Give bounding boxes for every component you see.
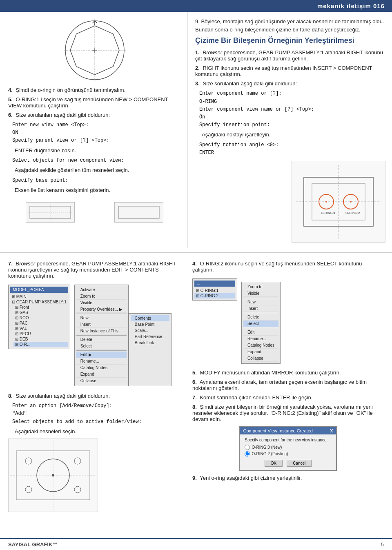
rt-code-d: Specify rotation angle <0>: xyxy=(199,141,385,149)
cm-insert[interactable]: Insert xyxy=(76,321,127,328)
svg-text:O-RING:1: O-RING:1 xyxy=(321,211,336,215)
dialog-radio-new[interactable] xyxy=(245,445,250,450)
component-dialog: Component View Instance Created X Specif… xyxy=(239,426,337,471)
cm-rename[interactable]: Rename... xyxy=(76,358,127,365)
rb-step7-text: Komut satırında çıkan soruları ENTER ile… xyxy=(200,394,312,401)
cm-new[interactable]: New xyxy=(76,315,127,321)
rt-code-db: ENTER xyxy=(199,149,385,157)
step6-text: Size sorulanları aşağıdaki gibi doldurun… xyxy=(16,112,110,118)
rb-collapse[interactable]: Collapse xyxy=(243,355,278,362)
code2: Specify parent view or [?] <Top>: xyxy=(12,137,181,145)
code-block-1: Enter new view name <Top>: ÖN Specify pa… xyxy=(12,121,181,145)
footer-brand: SAYISAL GRAFİK™ xyxy=(8,541,58,548)
lb-diagram-svg xyxy=(8,439,98,512)
rt-step3: 3. Size sorulanları aşağıdaki gibi doldu… xyxy=(195,80,385,87)
step4-text: Şimdi de o-ringin ön görünüşünü tanımlay… xyxy=(16,87,125,93)
rect-diagram-right xyxy=(114,202,163,223)
code1: Enter new view name <Top>: xyxy=(12,121,181,129)
page-header: mekanik iletişim 016 xyxy=(0,0,392,12)
sub-scale[interactable]: Scale... xyxy=(131,327,170,334)
rb-step8-num: 8. xyxy=(192,404,197,410)
section-heading: Çizime Bir Bileşenin Örneğinin Yerleştir… xyxy=(195,36,385,45)
rb-select[interactable]: Select xyxy=(243,321,278,327)
step5-num: 5. xyxy=(8,96,13,102)
dialog-ok-btn[interactable]: OK xyxy=(265,460,283,467)
step5: 5. O-RING:1 i seçin ve sağ tuş menüsünde… xyxy=(8,96,181,109)
rb-step6-num: 6. xyxy=(192,379,197,385)
bottom-left-col: 7. Browser penceresinde, GEAR PUMP ASSEM… xyxy=(8,261,188,512)
section-divider xyxy=(0,252,392,253)
step6-enter: ENTER düğmesine basın. xyxy=(15,147,181,155)
lb-step8-num: 8. xyxy=(8,393,13,399)
lb-code-block: Enter an option [Add/Remove/Copy]: "Add"… xyxy=(12,402,183,426)
sub-breaklink[interactable]: Break Link xyxy=(131,340,170,346)
intro-para: 9. Böylece, montajın sağ görünüşünde yer… xyxy=(195,18,385,33)
rb-rename[interactable]: Rename... xyxy=(243,336,278,342)
rect-diagram-area xyxy=(8,199,181,226)
rb-expand[interactable]: Expand xyxy=(243,349,278,355)
rb-catalog[interactable]: Catalog Nodes xyxy=(243,342,278,349)
rb-zoomto[interactable]: Zoom to xyxy=(243,284,278,290)
step6: 6. Size sorulanları aşağıdaki gibi doldu… xyxy=(8,112,181,118)
step6-select: Aşağıdaki şekilde gösterilen tüm nesnele… xyxy=(15,166,181,174)
cm-collapse[interactable]: Collapse xyxy=(76,378,127,384)
cm-visible[interactable]: Visible xyxy=(76,300,127,306)
tree-main: ⊞ MAIN xyxy=(10,294,68,299)
rt-step1: 1. Browser penceresinde, GEAR PUMP ASSEM… xyxy=(195,49,385,62)
cm-newinstance[interactable]: New Instance of This xyxy=(76,328,127,334)
dialog-body: Specify component for the new view insta… xyxy=(240,434,336,470)
rb-step5-text: MODIFY menüsünün altından MIRROR komutun… xyxy=(200,370,341,376)
cm-catalog[interactable]: Catalog Nodes xyxy=(76,365,127,371)
dialog-radio-existing[interactable] xyxy=(245,451,250,456)
footer-page-num: 5 xyxy=(381,541,384,548)
cm-zoomto[interactable]: Zoom to xyxy=(76,293,127,300)
cm-expand[interactable]: Expand xyxy=(76,371,127,378)
rb-step6: 6. Aynalama ekseni olarak, tam ortadan g… xyxy=(192,379,384,391)
cm-delete[interactable]: Delete xyxy=(76,336,127,343)
bottom-section: 7. Browser penceresinde, GEAR PUMP ASSEM… xyxy=(0,257,392,516)
sub-contents[interactable]: Contents xyxy=(131,315,170,321)
cm-select[interactable]: Select xyxy=(76,343,127,350)
rt-code-a: Enter component name or [?]: xyxy=(199,90,385,98)
sub-partref[interactable]: Part Reference... xyxy=(131,334,170,340)
rb-new[interactable]: New xyxy=(243,299,278,305)
rb-delete[interactable]: Delete xyxy=(243,314,278,321)
rt-code-ab: O-RING xyxy=(199,98,385,106)
rb-step4: 4. O-RING:2 ikonunu seçin ve sağ tuş men… xyxy=(192,261,384,273)
cm-sep1 xyxy=(76,314,127,314)
dialog-close-btn[interactable]: X xyxy=(330,428,333,433)
lb-bottom-diagram xyxy=(8,439,183,512)
tree-oring: ⊞ O-R... xyxy=(13,342,68,347)
lb-code-sel: Select objects to add to active folder/v… xyxy=(12,418,183,426)
lb-step8-text: Size sorulanları aşağıdaki gibi doldurun… xyxy=(16,393,110,399)
dialog-prompt: Specify component for the new view insta… xyxy=(245,438,331,442)
rb-visible[interactable]: Visible xyxy=(243,290,278,297)
rect-diagram-left xyxy=(26,202,75,223)
code3: Select objects for new component view: xyxy=(12,157,181,165)
sub-basepoint[interactable]: Base Point xyxy=(131,321,170,327)
step4: 4. Şimdi de o-ringin ön görünüşünü tanım… xyxy=(8,87,181,93)
dialog-cancel-btn[interactable]: Cancel xyxy=(287,460,312,467)
tree-pecu: ⊞ PECU xyxy=(13,331,68,336)
cm-activate[interactable]: Activate xyxy=(76,287,127,293)
cm-sep2 xyxy=(76,335,127,336)
tree-gas: ⊞ GAS xyxy=(13,310,68,315)
lb-code-add: "Add" xyxy=(12,410,183,418)
page-number: 5 xyxy=(381,541,384,548)
step4-num: 4. xyxy=(8,87,13,93)
tree-deb: ⊞ DEB xyxy=(13,336,68,342)
step6-specify: Eksen ile üst kenarın kesişimini gösteri… xyxy=(15,186,181,194)
lb-code-opt: Enter an option [Add/Remove/Copy]: xyxy=(12,402,183,410)
rt-code-block: Enter component name or [?]: O-RING Ente… xyxy=(199,90,385,129)
rb-oring1: ⊞ O-RING:1 xyxy=(194,288,235,293)
rb-step4-num: 4. xyxy=(192,261,197,267)
cm-edit[interactable]: Edit xyxy=(76,352,127,358)
rt-step1-rest: penceresinde, GEAR PUMP ASSEMBLY:1 altın… xyxy=(195,49,383,62)
step5-text: O-RING:1 i seçin ve sağ tuş menüsünden N… xyxy=(8,96,168,109)
rt-code-c: Specify insertion point: xyxy=(199,121,385,129)
rb-step9-num: 9. xyxy=(192,475,197,481)
rb-insert[interactable]: Insert xyxy=(243,305,278,312)
cm-property[interactable]: Property Overrides... xyxy=(76,306,127,313)
rb-edit[interactable]: Edit xyxy=(243,329,278,336)
right-column: 9. Böylece, montajın sağ görünüşünde yer… xyxy=(188,12,392,248)
